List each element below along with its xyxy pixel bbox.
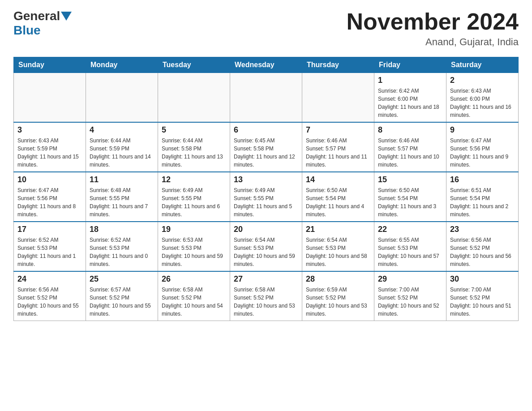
logo: General Blue (13, 9, 73, 38)
day-of-week-header: Thursday (302, 57, 374, 73)
day-info: Sunrise: 7:00 AM Sunset: 5:52 PM Dayligh… (378, 286, 442, 318)
day-number: 15 (378, 175, 442, 184)
calendar-cell: 3Sunrise: 6:43 AM Sunset: 5:59 PM Daylig… (14, 122, 86, 172)
day-of-week-header: Friday (374, 57, 446, 73)
calendar-cell: 30Sunrise: 7:00 AM Sunset: 5:52 PM Dayli… (446, 271, 519, 321)
day-info: Sunrise: 6:55 AM Sunset: 5:53 PM Dayligh… (378, 236, 442, 268)
page-header: General Blue November 2024 Anand, Gujara… (13, 9, 519, 48)
calendar-cell: 8Sunrise: 6:46 AM Sunset: 5:57 PM Daylig… (374, 122, 446, 172)
day-number: 14 (306, 175, 370, 184)
day-number: 3 (17, 125, 82, 135)
calendar-cell: 29Sunrise: 7:00 AM Sunset: 5:52 PM Dayli… (374, 271, 446, 321)
day-of-week-header: Sunday (14, 57, 86, 73)
day-number: 24 (17, 274, 82, 284)
day-of-week-header: Tuesday (158, 57, 230, 73)
day-number: 16 (450, 175, 515, 184)
calendar-cell: 19Sunrise: 6:53 AM Sunset: 5:53 PM Dayli… (158, 222, 230, 271)
day-info: Sunrise: 6:52 AM Sunset: 5:53 PM Dayligh… (90, 236, 154, 268)
day-number: 18 (90, 225, 154, 234)
day-number: 28 (306, 274, 370, 284)
day-number: 4 (90, 125, 154, 135)
calendar-cell: 26Sunrise: 6:58 AM Sunset: 5:52 PM Dayli… (158, 271, 230, 321)
calendar-cell (230, 73, 302, 123)
calendar-cell: 28Sunrise: 6:59 AM Sunset: 5:52 PM Dayli… (302, 271, 374, 321)
calendar-cell: 15Sunrise: 6:50 AM Sunset: 5:54 PM Dayli… (374, 172, 446, 222)
calendar-cell: 5Sunrise: 6:44 AM Sunset: 5:58 PM Daylig… (158, 122, 230, 172)
logo-general-text: General (13, 9, 60, 23)
day-info: Sunrise: 7:00 AM Sunset: 5:52 PM Dayligh… (450, 286, 515, 318)
day-number: 27 (234, 274, 298, 284)
calendar-cell: 18Sunrise: 6:52 AM Sunset: 5:53 PM Dayli… (86, 222, 158, 271)
day-number: 8 (378, 125, 442, 135)
day-info: Sunrise: 6:52 AM Sunset: 5:53 PM Dayligh… (17, 236, 82, 268)
calendar-cell (158, 73, 230, 123)
calendar-cell: 21Sunrise: 6:54 AM Sunset: 5:53 PM Dayli… (302, 222, 374, 271)
day-info: Sunrise: 6:56 AM Sunset: 5:52 PM Dayligh… (450, 236, 515, 268)
day-info: Sunrise: 6:48 AM Sunset: 5:55 PM Dayligh… (90, 186, 154, 218)
day-info: Sunrise: 6:50 AM Sunset: 5:54 PM Dayligh… (378, 186, 442, 218)
day-number: 21 (306, 225, 370, 234)
location-subtitle: Anand, Gujarat, India (347, 36, 519, 48)
calendar-cell: 9Sunrise: 6:47 AM Sunset: 5:56 PM Daylig… (446, 122, 519, 172)
calendar-cell: 25Sunrise: 6:57 AM Sunset: 5:52 PM Dayli… (86, 271, 158, 321)
day-info: Sunrise: 6:51 AM Sunset: 5:54 PM Dayligh… (450, 186, 515, 218)
day-number: 19 (162, 225, 226, 234)
day-of-week-header: Wednesday (230, 57, 302, 73)
day-number: 2 (450, 76, 515, 85)
day-info: Sunrise: 6:53 AM Sunset: 5:53 PM Dayligh… (162, 236, 226, 268)
calendar-cell: 27Sunrise: 6:58 AM Sunset: 5:52 PM Dayli… (230, 271, 302, 321)
month-title: November 2024 (347, 9, 519, 34)
day-info: Sunrise: 6:47 AM Sunset: 5:56 PM Dayligh… (450, 137, 515, 169)
calendar-cell: 22Sunrise: 6:55 AM Sunset: 5:53 PM Dayli… (374, 222, 446, 271)
calendar-cell: 12Sunrise: 6:49 AM Sunset: 5:55 PM Dayli… (158, 172, 230, 222)
day-info: Sunrise: 6:49 AM Sunset: 5:55 PM Dayligh… (162, 186, 226, 218)
calendar-table: SundayMondayTuesdayWednesdayThursdayFrid… (13, 57, 519, 321)
day-info: Sunrise: 6:46 AM Sunset: 5:57 PM Dayligh… (378, 137, 442, 169)
day-info: Sunrise: 6:59 AM Sunset: 5:52 PM Dayligh… (306, 286, 370, 318)
day-of-week-header: Saturday (446, 57, 519, 73)
day-info: Sunrise: 6:54 AM Sunset: 5:53 PM Dayligh… (234, 236, 298, 268)
day-number: 26 (162, 274, 226, 284)
day-number: 11 (90, 175, 154, 184)
calendar-cell: 2Sunrise: 6:43 AM Sunset: 6:00 PM Daylig… (446, 73, 519, 123)
calendar-cell: 13Sunrise: 6:49 AM Sunset: 5:55 PM Dayli… (230, 172, 302, 222)
day-info: Sunrise: 6:49 AM Sunset: 5:55 PM Dayligh… (234, 186, 298, 218)
day-info: Sunrise: 6:50 AM Sunset: 5:54 PM Dayligh… (306, 186, 370, 218)
calendar-cell (302, 73, 374, 123)
day-number: 17 (17, 225, 82, 234)
day-info: Sunrise: 6:54 AM Sunset: 5:53 PM Dayligh… (306, 236, 370, 268)
day-number: 23 (450, 225, 515, 234)
calendar-cell: 16Sunrise: 6:51 AM Sunset: 5:54 PM Dayli… (446, 172, 519, 222)
day-number: 30 (450, 274, 515, 284)
calendar-cell: 7Sunrise: 6:46 AM Sunset: 5:57 PM Daylig… (302, 122, 374, 172)
day-number: 22 (378, 225, 442, 234)
day-info: Sunrise: 6:45 AM Sunset: 5:58 PM Dayligh… (234, 137, 298, 169)
calendar-cell (86, 73, 158, 123)
day-of-week-header: Monday (86, 57, 158, 73)
calendar-cell: 10Sunrise: 6:47 AM Sunset: 5:56 PM Dayli… (14, 172, 86, 222)
calendar-cell: 11Sunrise: 6:48 AM Sunset: 5:55 PM Dayli… (86, 172, 158, 222)
day-info: Sunrise: 6:46 AM Sunset: 5:57 PM Dayligh… (306, 137, 370, 169)
calendar-cell: 23Sunrise: 6:56 AM Sunset: 5:52 PM Dayli… (446, 222, 519, 271)
day-number: 12 (162, 175, 226, 184)
day-number: 10 (17, 175, 82, 184)
day-info: Sunrise: 6:58 AM Sunset: 5:52 PM Dayligh… (162, 286, 226, 318)
day-number: 7 (306, 125, 370, 135)
title-section: November 2024 Anand, Gujarat, India (347, 9, 519, 48)
logo-blue-text: Blue (13, 23, 41, 38)
calendar-cell: 20Sunrise: 6:54 AM Sunset: 5:53 PM Dayli… (230, 222, 302, 271)
day-number: 5 (162, 125, 226, 135)
calendar-cell: 17Sunrise: 6:52 AM Sunset: 5:53 PM Dayli… (14, 222, 86, 271)
calendar-cell (14, 73, 86, 123)
day-info: Sunrise: 6:47 AM Sunset: 5:56 PM Dayligh… (17, 186, 82, 218)
day-number: 25 (90, 274, 154, 284)
day-number: 29 (378, 274, 442, 284)
calendar-cell: 14Sunrise: 6:50 AM Sunset: 5:54 PM Dayli… (302, 172, 374, 222)
calendar-cell: 4Sunrise: 6:44 AM Sunset: 5:59 PM Daylig… (86, 122, 158, 172)
calendar-cell: 1Sunrise: 6:42 AM Sunset: 6:00 PM Daylig… (374, 73, 446, 123)
day-info: Sunrise: 6:44 AM Sunset: 5:58 PM Dayligh… (162, 137, 226, 169)
day-number: 1 (378, 76, 442, 85)
logo-triangle-icon (61, 12, 72, 21)
day-info: Sunrise: 6:58 AM Sunset: 5:52 PM Dayligh… (234, 286, 298, 318)
day-info: Sunrise: 6:43 AM Sunset: 5:59 PM Dayligh… (17, 137, 82, 169)
